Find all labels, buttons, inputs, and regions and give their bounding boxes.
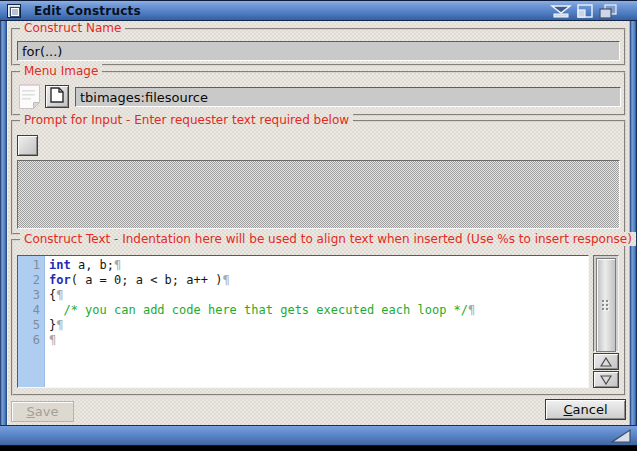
scroll-down-button[interactable] <box>593 371 619 388</box>
prompt-label: Prompt for Input - Enter requester text … <box>20 113 353 127</box>
zoom-maximize-icon[interactable] <box>575 3 595 20</box>
line-number: 4 <box>18 303 45 318</box>
construct-text-label: Construct Text - Indentation here will b… <box>20 232 636 246</box>
prompt-textarea-disabled <box>17 160 620 229</box>
triangle-down-icon <box>600 375 612 385</box>
prompt-group: Prompt for Input - Enter requester text … <box>11 120 626 235</box>
image-picker-button[interactable] <box>45 85 69 108</box>
code-segment: ¶ <box>468 303 475 317</box>
file-source-page-icon <box>18 83 41 110</box>
code-segment: ¶ <box>114 258 121 272</box>
line-number: 6 <box>18 333 45 348</box>
code-segment: /* you can add code here that gets execu… <box>49 303 468 317</box>
construct-name-input[interactable] <box>17 41 620 61</box>
code-segment: ¶ <box>56 288 63 302</box>
window-border-bottom <box>0 425 637 446</box>
construct-text-group: Construct Text - Indentation here will b… <box>11 239 626 396</box>
scroll-up-button[interactable] <box>593 353 619 370</box>
code-lines: 1int a, b;¶2for( a = 0; a < b; a++ )¶3{¶… <box>18 256 588 348</box>
code-line: 6¶ <box>18 333 588 348</box>
code-line: 5}¶ <box>18 318 588 333</box>
construct-name-group: Construct Name <box>11 28 626 66</box>
depth-icon[interactable] <box>597 3 619 20</box>
resize-handle-icon[interactable] <box>610 428 632 444</box>
construct-name-label: Construct Name <box>20 21 125 35</box>
scrollbar-grip-icon <box>602 300 604 302</box>
window-border-left <box>0 21 7 425</box>
line-number: 2 <box>18 273 45 288</box>
code-segment: ¶ <box>56 318 63 332</box>
code-segment: ¶ <box>222 273 229 287</box>
cancel-button[interactable]: Cancel <box>545 399 626 420</box>
code-line: 1int a, b;¶ <box>18 258 588 273</box>
menu-image-group: Menu Image <box>11 71 626 116</box>
line-number: 1 <box>18 258 45 273</box>
menu-image-input[interactable] <box>75 87 621 107</box>
save-button[interactable]: Save <box>11 401 74 422</box>
window-border-right <box>630 21 637 425</box>
code-line: 4 /* you can add code here that gets exe… <box>18 303 588 318</box>
line-number: 3 <box>18 288 45 303</box>
window-shadow <box>0 446 637 451</box>
titlebar[interactable]: Edit Constructs <box>0 0 637 21</box>
code-segment: ( a = 0; a < b; a++ ) <box>71 273 223 287</box>
line-number: 5 <box>18 318 45 333</box>
scrollbar-track[interactable] <box>593 255 619 352</box>
code-line: 2for( a = 0; a < b; a++ )¶ <box>18 273 588 288</box>
editor-scrollbar[interactable] <box>593 255 619 388</box>
code-segment: int <box>49 258 71 272</box>
code-segment: for <box>49 273 71 287</box>
close-icon[interactable] <box>7 4 21 18</box>
code-editor[interactable]: 1int a, b;¶2for( a = 0; a < b; a++ )¶3{¶… <box>17 255 589 388</box>
iconify-icon[interactable] <box>550 3 572 20</box>
menu-image-label: Menu Image <box>20 64 102 78</box>
scrollbar-thumb[interactable] <box>596 258 616 352</box>
prompt-toggle-button[interactable] <box>17 135 38 156</box>
code-segment: ¶ <box>49 333 56 347</box>
code-line: 3{¶ <box>18 288 588 303</box>
window-content: Construct Name Menu Image <box>7 21 630 425</box>
code-segment: a, b; <box>71 258 114 272</box>
edit-constructs-window: Edit Constructs <box>0 0 637 451</box>
triangle-up-icon <box>600 357 612 367</box>
window-title: Edit Constructs <box>34 4 141 18</box>
file-page-icon <box>50 87 64 103</box>
